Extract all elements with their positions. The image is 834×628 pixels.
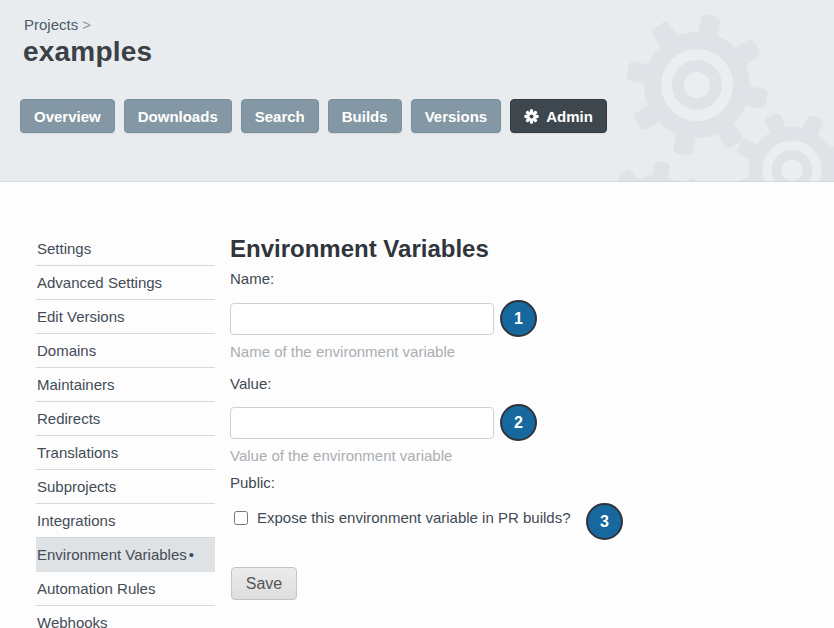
save-button[interactable]: Save <box>231 567 297 600</box>
section-heading: Environment Variables <box>230 235 489 263</box>
tab-admin[interactable]: Admin <box>510 99 607 133</box>
sidebar-item-redirects[interactable]: Redirects <box>36 402 215 436</box>
tab-builds[interactable]: Builds <box>328 99 402 133</box>
admin-sidebar: Settings Advanced Settings Edit Versions… <box>36 232 215 628</box>
sidebar-item-integrations[interactable]: Integrations <box>36 504 215 538</box>
tab-search[interactable]: Search <box>241 99 319 133</box>
callout-badge-3: 3 <box>586 503 623 540</box>
tab-admin-label: Admin <box>546 108 593 125</box>
value-help-text: Value of the environment variable <box>230 447 452 464</box>
sidebar-item-maintainers[interactable]: Maintainers <box>36 368 215 402</box>
tab-versions[interactable]: Versions <box>411 99 502 133</box>
page-title: examples <box>23 36 152 68</box>
sidebar-item-webhooks[interactable]: Webhooks <box>36 606 215 628</box>
sidebar-item-automation-rules[interactable]: Automation Rules <box>36 572 215 606</box>
sidebar-item-subprojects[interactable]: Subprojects <box>36 470 215 504</box>
sidebar-item-advanced-settings[interactable]: Advanced Settings <box>36 266 215 300</box>
tab-overview[interactable]: Overview <box>20 99 115 133</box>
decorative-gears-graphic <box>554 0 834 182</box>
sidebar-item-label: Environment Variables <box>37 546 187 563</box>
sidebar-item-settings[interactable]: Settings <box>36 232 215 266</box>
project-nav-tabs: Overview Downloads Search Builds Version… <box>20 99 607 133</box>
public-checkbox-row: Expose this environment variable in PR b… <box>234 509 571 526</box>
public-checkbox-label[interactable]: Expose this environment variable in PR b… <box>257 509 571 526</box>
value-field-label: Value: <box>230 375 271 392</box>
name-input[interactable] <box>230 303 494 335</box>
sidebar-item-environment-variables[interactable]: Environment Variables• <box>36 538 215 572</box>
name-help-text: Name of the environment variable <box>230 343 455 360</box>
page: Projects> examples Overview Downloads Se… <box>0 0 834 628</box>
breadcrumb: Projects> <box>24 16 91 33</box>
callout-badge-2: 2 <box>500 404 537 441</box>
project-header: Projects> examples Overview Downloads Se… <box>0 0 834 182</box>
callout-badge-1: 1 <box>500 300 537 337</box>
name-field-label: Name: <box>230 270 274 287</box>
value-input[interactable] <box>230 407 494 439</box>
sidebar-item-translations[interactable]: Translations <box>36 436 215 470</box>
breadcrumb-separator: > <box>82 16 91 33</box>
public-field-label: Public: <box>230 474 275 491</box>
gear-icon <box>524 109 539 124</box>
sidebar-item-edit-versions[interactable]: Edit Versions <box>36 300 215 334</box>
tab-downloads[interactable]: Downloads <box>124 99 232 133</box>
sidebar-item-domains[interactable]: Domains <box>36 334 215 368</box>
public-checkbox[interactable] <box>234 511 248 525</box>
breadcrumb-projects-link[interactable]: Projects <box>24 16 78 33</box>
current-page-marker: • <box>189 546 194 563</box>
